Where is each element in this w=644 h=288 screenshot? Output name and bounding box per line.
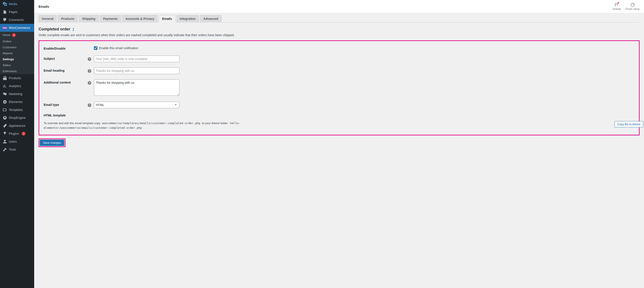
subject-label: Subject <box>44 56 88 60</box>
tab-products[interactable]: Products <box>58 15 78 23</box>
template-pre: To override and edit this email template… <box>44 122 100 125</box>
enable-checkbox-label: Enable this email notification <box>99 46 138 50</box>
sidebar-label: Reports <box>3 52 13 55</box>
sidebar-subitem-home[interactable]: Home 4 <box>0 32 34 38</box>
plugins-badge: 2 <box>22 132 26 136</box>
svg-rect-4 <box>5 102 6 103</box>
tab-accounts[interactable]: Accounts & Privacy <box>122 15 158 23</box>
activity-notification-dot <box>618 2 619 4</box>
sidebar-subitem-status[interactable]: Status <box>0 62 34 68</box>
marketing-icon <box>3 92 7 96</box>
svg-rect-2 <box>5 101 6 101</box>
page-title-text: Completed order <box>38 27 70 32</box>
activity-label: Activity <box>612 8 621 11</box>
admin-sidebar: Media Pages Comments woo WooCommerce Hom… <box>0 0 34 288</box>
sidebar-item-tools[interactable]: Tools <box>0 146 34 153</box>
tab-shipping[interactable]: Shipping <box>79 15 99 23</box>
save-highlight: Save changes <box>38 138 66 147</box>
enable-disable-label: Enable/Disable <box>44 46 88 50</box>
sidebar-item-marketing[interactable]: Marketing <box>0 90 34 98</box>
sidebar-label: Products <box>9 76 21 80</box>
help-icon[interactable]: ? <box>88 57 91 61</box>
sidebar-label: Appearance <box>9 124 26 127</box>
sidebar-label: Customers <box>3 46 16 49</box>
page-header: Emails Activity Finish setup <box>34 0 644 13</box>
pages-icon <box>3 10 7 14</box>
template-path-source: woocommerce/templates/emails/customer-co… <box>101 121 201 125</box>
elementor-icon <box>3 100 7 104</box>
email-settings-form: Enable/Disable Enable this email notific… <box>38 40 640 135</box>
shopengine-icon <box>3 116 7 120</box>
sidebar-label: Orders <box>3 40 12 43</box>
sidebar-label: Plugins <box>9 132 19 135</box>
sidebar-subitem-extensions[interactable]: Extensions <box>0 68 34 74</box>
sidebar-label: Users <box>9 140 17 143</box>
sidebar-item-templates[interactable]: Templates <box>0 106 34 114</box>
home-badge: 4 <box>12 33 16 37</box>
sidebar-label: Settings <box>3 58 14 61</box>
sidebar-item-users[interactable]: Users <box>0 138 34 146</box>
sidebar-item-pages[interactable]: Pages <box>0 8 34 16</box>
tab-emails[interactable]: Emails <box>159 15 175 23</box>
help-icon[interactable]: ? <box>88 81 91 85</box>
svg-rect-3 <box>5 102 6 102</box>
sidebar-label: WooCommerce <box>9 26 30 30</box>
comments-icon <box>3 18 7 22</box>
sidebar-item-media[interactable]: Media <box>0 0 34 8</box>
return-link[interactable]: ⤴ <box>72 28 74 31</box>
sidebar-label: Pages <box>9 10 18 14</box>
sidebar-item-woocommerce[interactable]: woo WooCommerce <box>0 24 34 32</box>
sidebar-label: Status <box>3 64 11 67</box>
sidebar-label: Home <box>3 33 10 37</box>
enable-checkbox-wrap[interactable]: Enable this email notification <box>94 46 634 50</box>
svg-rect-1 <box>4 101 4 103</box>
sidebar-item-plugins[interactable]: Plugins 2 <box>0 130 34 138</box>
html-template-heading: HTML template <box>39 114 639 117</box>
sidebar-item-appearance[interactable]: Appearance <box>0 122 34 130</box>
sidebar-item-shopengine[interactable]: ShopEngine <box>0 114 34 122</box>
tab-advanced[interactable]: Advanced <box>200 15 222 23</box>
heading-input[interactable] <box>94 68 180 74</box>
sidebar-label: Comments <box>9 18 24 22</box>
save-changes-button[interactable]: Save changes <box>40 140 64 146</box>
sidebar-item-products[interactable]: Products <box>0 74 34 82</box>
plugins-icon <box>3 131 7 136</box>
woocommerce-icon: woo <box>3 26 7 30</box>
email-type-label: Email type <box>44 102 88 107</box>
products-icon <box>3 76 7 80</box>
sidebar-subitem-settings[interactable]: Settings <box>0 56 34 62</box>
header-actions: Activity Finish setup <box>612 3 640 11</box>
tab-integration[interactable]: Integration <box>176 15 199 23</box>
sidebar-label: Extensions <box>3 70 17 73</box>
sidebar-label: Templates <box>9 108 23 112</box>
sidebar-subitem-customers[interactable]: Customers <box>0 44 34 50</box>
help-icon[interactable]: ? <box>88 69 91 73</box>
sidebar-label: Media <box>9 2 17 6</box>
tools-icon <box>3 147 7 152</box>
sidebar-item-elementor[interactable]: Elementor <box>0 98 34 106</box>
header-title: Emails <box>38 5 49 8</box>
additional-content-input[interactable]: Thanks for shopping with us. <box>94 79 180 96</box>
sidebar-label: Marketing <box>9 92 22 96</box>
appearance-icon <box>3 124 7 128</box>
email-type-select[interactable]: HTML <box>94 102 180 108</box>
additional-content-label: Additional content <box>44 79 88 84</box>
progress-circle-icon <box>630 3 635 7</box>
enable-checkbox[interactable] <box>94 46 98 50</box>
sidebar-item-analytics[interactable]: Analytics <box>0 82 34 90</box>
templates-icon <box>3 108 7 112</box>
tab-general[interactable]: General <box>38 15 57 23</box>
sidebar-label: ShopEngine <box>9 116 26 120</box>
tab-payments[interactable]: Payments <box>100 15 121 23</box>
finish-setup-label: Finish setup <box>625 8 640 11</box>
sidebar-subitem-orders[interactable]: Orders <box>0 38 34 44</box>
heading-label: Email heading <box>44 68 88 72</box>
sidebar-item-comments[interactable]: Comments <box>0 16 34 24</box>
finish-setup-button[interactable]: Finish setup <box>625 3 640 11</box>
users-icon <box>3 139 7 144</box>
copy-file-button[interactable]: Copy file to theme <box>614 121 643 127</box>
sidebar-subitem-reports[interactable]: Reports <box>0 50 34 56</box>
subject-input[interactable] <box>94 56 180 62</box>
help-icon[interactable]: ? <box>88 103 91 107</box>
activity-button[interactable]: Activity <box>612 3 621 11</box>
